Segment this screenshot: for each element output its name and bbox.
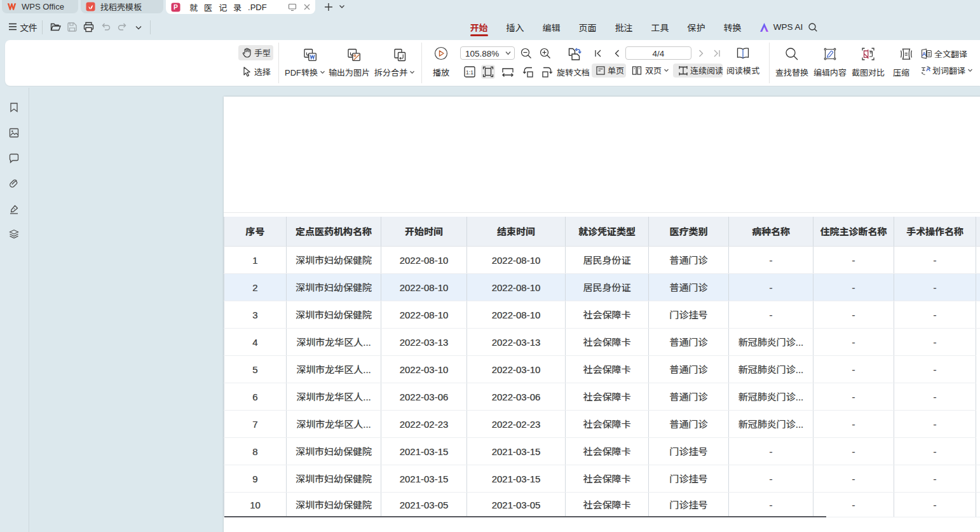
svg-text:A: A	[922, 51, 927, 57]
svg-text:1:1: 1:1	[466, 69, 473, 76]
svg-text:P: P	[174, 4, 178, 11]
